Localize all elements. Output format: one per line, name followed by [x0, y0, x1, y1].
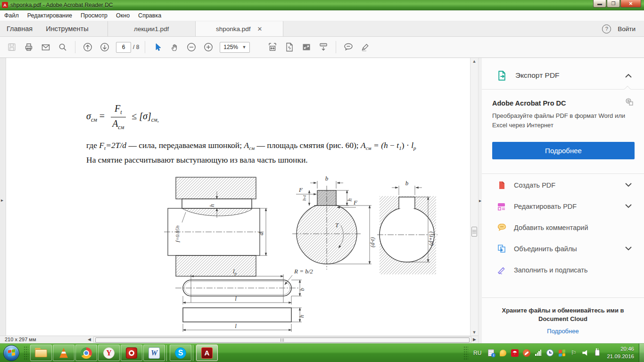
sidebar-item-edit-pdf[interactable]: Редактировать PDF [482, 196, 644, 217]
print-button[interactable] [21, 40, 37, 55]
page-number-input[interactable]: 6 [116, 42, 131, 53]
taskbar: Y W S A RU i ☂ ⚐ [0, 343, 644, 362]
tray-network-icon[interactable] [534, 348, 543, 357]
show-desktop-button[interactable] [639, 344, 644, 362]
menu-help[interactable]: Справка [134, 12, 165, 19]
status-bar: 210 x 297 мм ◀ ▶ [0, 336, 478, 343]
taskbar-explorer-button[interactable] [30, 345, 52, 361]
tray-clock[interactable]: 20:46 21.09.2016 [607, 346, 634, 360]
navigation-pane-strip[interactable]: ▸ [0, 58, 6, 336]
scroll-left-icon[interactable]: ◀ [88, 337, 91, 342]
sidebar-item-fill-sign[interactable]: Заполнить и подписать [482, 259, 644, 280]
tab-doc-shponka[interactable]: shponka.pdf ✕ [195, 21, 283, 36]
tray-document-icon[interactable]: i [487, 348, 495, 357]
fullscreen-button[interactable] [298, 40, 314, 55]
maximize-button[interactable]: ❐ [607, 0, 620, 8]
chevron-down-icon[interactable] [625, 204, 632, 208]
tab-doc-lekcii1[interactable]: лекции1.pdf [107, 21, 195, 36]
menu-file[interactable]: Файл [0, 12, 23, 19]
fit-page-button[interactable] [281, 40, 297, 55]
tools-panel-splitter[interactable]: ▸ [478, 58, 482, 343]
document-cloud-link[interactable]: Подробнее [482, 328, 644, 335]
horizontal-scrollbar[interactable] [93, 337, 471, 343]
menu-view[interactable]: Просмотр [76, 12, 112, 19]
tray-antivirus-icon[interactable]: ☂ [510, 348, 519, 357]
tray-volume-icon[interactable] [581, 348, 590, 357]
title-bar: A shponka.pdf - Adobe Acrobat Reader DC … [0, 0, 644, 10]
close-button[interactable]: ✕ [620, 0, 641, 8]
minimize-button[interactable]: ▬ [593, 0, 606, 8]
export-pdf-header[interactable]: Экспорт PDF [482, 66, 644, 85]
language-indicator[interactable]: RU [473, 350, 481, 356]
horizontal-scrollbar-thumb[interactable] [95, 337, 470, 343]
zoom-level-select[interactable]: 125% ▼ [220, 42, 250, 53]
tab-home[interactable]: Главная [0, 21, 39, 36]
figure-label: f=0.05h [174, 225, 180, 242]
vertical-scrollbar-thumb[interactable] [471, 227, 477, 237]
expand-nav-pane-icon[interactable]: ▸ [1, 197, 3, 203]
tray-ccleaner-icon[interactable] [522, 348, 531, 357]
fit-width-icon [267, 42, 278, 52]
scroll-right-icon[interactable]: ▶ [473, 337, 476, 342]
chrome-icon [81, 347, 92, 359]
select-tool-button[interactable] [149, 40, 165, 55]
combine-files-icon [497, 244, 506, 254]
skype-icon: S [175, 347, 186, 359]
learn-more-button[interactable]: Подробнее [492, 142, 635, 159]
pdf-page[interactable]: σсм = Ft Aсм ≤ [σ]см, где Ft=2T/d — сила… [6, 58, 470, 336]
taskbar-vlc-button[interactable] [53, 345, 74, 361]
figure-label: h-t [301, 195, 307, 201]
sidebar-item-combine-files[interactable]: Объединить файлы [482, 238, 644, 259]
edit-pdf-icon [497, 202, 506, 211]
email-button[interactable] [38, 40, 54, 55]
tray-action-center-icon[interactable]: ⚐ [569, 348, 578, 357]
chevron-down-icon[interactable] [625, 183, 632, 187]
chevron-down-icon[interactable] [625, 247, 632, 251]
scroll-down-icon[interactable]: ▼ [471, 330, 478, 335]
highlight-button[interactable] [357, 40, 373, 55]
fill-sign-icon [497, 265, 507, 275]
search-icon [58, 42, 67, 52]
dock-toolbar-button[interactable] [315, 40, 331, 55]
system-tray: RU i ☂ ⚐ 20:46 21.09.2016 [462, 344, 644, 362]
hand-icon [170, 42, 179, 52]
taskbar-word-button[interactable]: W [143, 345, 165, 361]
taskbar-group-separator [193, 345, 195, 361]
save-icon [7, 42, 17, 52]
menu-window[interactable]: Окно [112, 12, 134, 19]
sidebar-item-add-comment[interactable]: Добавить комментарий [482, 217, 644, 238]
comment-button[interactable] [340, 40, 356, 55]
start-button[interactable] [3, 345, 19, 361]
zoom-out-button[interactable] [183, 40, 199, 55]
taskbar-yandex-button[interactable]: Y [98, 345, 120, 361]
scroll-up-icon[interactable]: ▲ [471, 59, 478, 64]
tray-windows-update-icon[interactable] [557, 348, 566, 357]
tray-power-icon[interactable] [593, 348, 602, 357]
hand-tool-button[interactable] [166, 40, 182, 55]
tray-punto-icon[interactable] [498, 348, 507, 357]
fit-width-button[interactable] [264, 40, 281, 55]
taskbar-skype-button[interactable]: S [170, 345, 191, 361]
next-page-button[interactable] [97, 40, 113, 55]
save-button[interactable] [4, 40, 20, 55]
collapse-panel-icon[interactable]: ▸ [479, 198, 481, 203]
taskbar-acrobat-button[interactable]: A [196, 345, 218, 361]
promo-title: Adobe Acrobat Pro DC [492, 99, 566, 107]
tray-scheduler-icon[interactable] [545, 348, 554, 357]
zoom-level-value: 125% [223, 44, 238, 50]
taskbar-chrome-button[interactable] [75, 345, 97, 361]
help-icon[interactable]: ? [602, 25, 611, 33]
sign-in-link[interactable]: Войти [618, 25, 636, 33]
taskbar-media-app-button[interactable] [121, 345, 142, 361]
tab-close-icon[interactable]: ✕ [257, 25, 262, 33]
menu-edit[interactable]: Редактирование [23, 12, 76, 19]
formula: σсм = Ft Aсм ≤ [σ]см, [86, 103, 159, 131]
vertical-scrollbar[interactable]: ▲ ▼ [470, 58, 478, 336]
search-button[interactable] [55, 40, 71, 55]
zoom-in-button[interactable] [200, 40, 216, 55]
chevron-up-icon[interactable] [625, 74, 632, 78]
tab-tools[interactable]: Инструменты [39, 21, 95, 36]
sidebar-item-create-pdf[interactable]: Создать PDF [482, 174, 644, 196]
previous-page-button[interactable] [80, 40, 96, 55]
create-pdf-icon [497, 181, 506, 190]
